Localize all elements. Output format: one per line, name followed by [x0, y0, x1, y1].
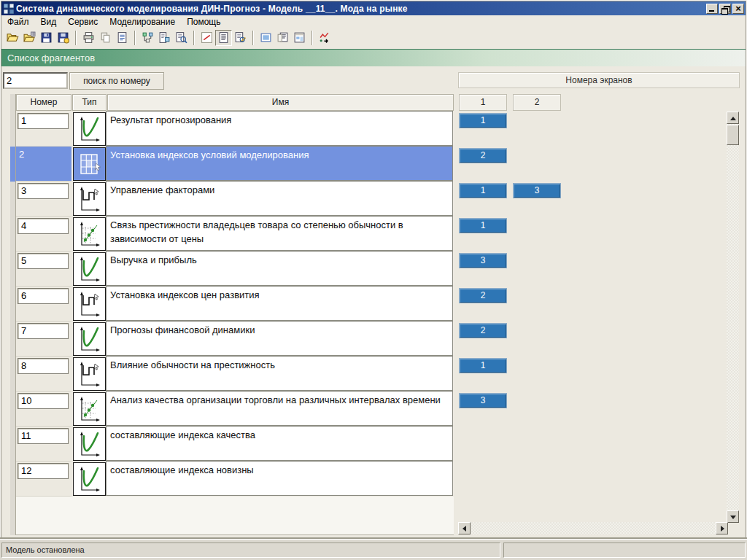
row-gutter-cell[interactable]: [10, 287, 16, 322]
screen-number-badge[interactable]: 3: [513, 183, 561, 198]
fragment-type-cell[interactable]: [71, 322, 107, 357]
fragment-type-cell[interactable]: [71, 462, 107, 497]
table-row[interactable]: 10Анализ качества организации торговли н…: [10, 392, 454, 427]
menu-item-2[interactable]: Вид: [35, 16, 63, 28]
screen-view-icon[interactable]: [258, 30, 274, 46]
screen-number-badge[interactable]: 1: [459, 218, 507, 233]
print-icon[interactable]: [80, 30, 97, 46]
fragment-type-cell[interactable]: [71, 252, 107, 287]
fragment-type-cell[interactable]: [71, 182, 107, 217]
table-row[interactable]: 4Связь престижности владедьцев товара со…: [10, 217, 454, 252]
fragment-name-cell[interactable]: Прогнозы финансовой динамики: [106, 321, 453, 356]
row-gutter-cell[interactable]: [10, 462, 16, 497]
run-model-icon[interactable]: [317, 30, 333, 46]
table-row[interactable]: 6Установка индексов цен развития: [10, 287, 454, 322]
fragment-number-box[interactable]: 6: [18, 288, 69, 304]
row-gutter-cell[interactable]: [10, 252, 16, 287]
table-row[interactable]: 11составляющие индекса качества: [10, 427, 454, 462]
fragment-number-box[interactable]: 11: [18, 428, 69, 444]
fragment-name-cell[interactable]: Анализ качества организации торговли на …: [106, 391, 453, 426]
fragment-type-cell[interactable]: [71, 217, 107, 252]
screen-number-badge[interactable]: 2: [459, 288, 507, 303]
fragment-name-cell[interactable]: Управление факторами: [106, 181, 453, 216]
save-icon[interactable]: [38, 30, 55, 46]
fragment-number-box[interactable]: 8: [18, 358, 69, 374]
fragment-type-cell[interactable]: [71, 147, 107, 182]
row-gutter-cell[interactable]: [10, 147, 16, 182]
table-row[interactable]: 8Влияние обычности на престижность: [10, 357, 454, 392]
fragment-number-cell[interactable]: 12: [16, 462, 71, 497]
fragment-number-cell[interactable]: 2: [16, 147, 71, 182]
table-row[interactable]: 2Установка индексов условий моделировани…: [10, 147, 454, 182]
doc-structure-icon[interactable]: [156, 30, 173, 46]
scroll-up-icon[interactable]: [727, 112, 739, 124]
screen-layout-icon[interactable]: [291, 30, 308, 46]
scroll-down-icon[interactable]: [727, 510, 739, 523]
fragment-number-cell[interactable]: 7: [16, 322, 71, 357]
screen-number-badge[interactable]: 1: [459, 183, 507, 198]
table-row[interactable]: 7Прогнозы финансовой динамики: [10, 322, 454, 357]
screen-number-badge[interactable]: 1: [459, 113, 507, 128]
screen-number-badge[interactable]: 3: [459, 253, 507, 268]
row-gutter-cell[interactable]: [10, 182, 16, 217]
fragment-number-box[interactable]: 1: [18, 113, 69, 129]
fragment-number-cell[interactable]: 3: [16, 182, 71, 217]
model-tree-icon[interactable]: [139, 30, 156, 46]
vertical-scrollbar[interactable]: [727, 112, 739, 523]
chart-view-icon[interactable]: [198, 30, 215, 46]
menu-item-5[interactable]: Помощь: [181, 16, 226, 28]
fragment-name-cell[interactable]: составляющие индекса новизны: [106, 461, 453, 496]
doc-search-icon[interactable]: [173, 30, 190, 46]
search-by-number-button[interactable]: поиск по номеру: [69, 72, 164, 90]
row-gutter-cell[interactable]: [10, 427, 16, 462]
fragment-type-cell[interactable]: [71, 357, 107, 392]
copy-icon[interactable]: [97, 30, 114, 46]
fragment-number-box[interactable]: 12: [18, 463, 69, 479]
fragment-type-cell[interactable]: [71, 392, 107, 427]
table-row[interactable]: 3Управление факторами: [10, 182, 454, 217]
fragment-name-cell[interactable]: Результат прогнозирования: [106, 111, 453, 146]
fragment-type-cell[interactable]: [71, 287, 107, 322]
scroll-left-icon[interactable]: [458, 522, 471, 534]
menu-item-3[interactable]: Сервис: [62, 16, 104, 28]
fragment-number-cell[interactable]: 5: [16, 252, 71, 287]
fragment-type-cell[interactable]: [71, 112, 107, 147]
scroll-right-icon[interactable]: [716, 522, 728, 534]
vertical-scroll-thumb[interactable]: [727, 125, 739, 145]
search-by-number-input[interactable]: [3, 72, 68, 89]
list-view-icon[interactable]: [215, 30, 232, 46]
fragment-number-cell[interactable]: 10: [16, 392, 71, 427]
fragment-number-cell[interactable]: 6: [16, 287, 71, 322]
row-gutter-cell[interactable]: [10, 322, 16, 357]
fragment-number-box[interactable]: 4: [18, 218, 69, 234]
save-as-icon[interactable]: [55, 30, 71, 46]
fragment-name-cell[interactable]: составляющие индекса качества: [106, 426, 453, 461]
fragment-name-cell[interactable]: Влияние обычности на престижность: [106, 356, 453, 391]
row-gutter-cell[interactable]: [10, 392, 16, 427]
open-file-icon[interactable]: [4, 30, 21, 46]
screen-number-badge[interactable]: 2: [459, 323, 507, 338]
table-row[interactable]: 12составляющие индекса новизны: [10, 462, 454, 497]
table-row[interactable]: 5Выручка и прибыль: [10, 252, 454, 287]
fragment-name-cell[interactable]: Связь престижности владедьцев товара со …: [106, 216, 453, 251]
row-gutter-cell[interactable]: [10, 357, 16, 392]
minimize-icon[interactable]: [706, 4, 718, 14]
table-row[interactable]: 1Результат прогнозирования: [10, 112, 454, 147]
paste-doc-icon[interactable]: [114, 30, 131, 46]
fragment-number-box[interactable]: 5: [18, 253, 69, 269]
fragment-number-cell[interactable]: 11: [16, 427, 71, 462]
fragment-number-cell[interactable]: 1: [16, 112, 71, 147]
screens-list-icon[interactable]: [274, 30, 291, 46]
screen-number-badge[interactable]: 2: [459, 148, 507, 163]
row-gutter-cell[interactable]: [10, 112, 16, 147]
report-edit-icon[interactable]: [232, 30, 249, 46]
menu-item-4[interactable]: Моделирование: [104, 16, 181, 28]
fragment-number-box[interactable]: 7: [18, 323, 69, 339]
screen-number-badge[interactable]: 1: [459, 358, 507, 373]
horizontal-scrollbar[interactable]: [458, 522, 728, 534]
fragment-number-box[interactable]: 3: [18, 183, 69, 199]
fragment-number-box[interactable]: 10: [18, 393, 69, 409]
menu-item-1[interactable]: Файл: [1, 16, 35, 28]
close-icon[interactable]: [732, 4, 744, 14]
fragment-name-cell[interactable]: Установка индексов цен развития: [106, 286, 453, 321]
